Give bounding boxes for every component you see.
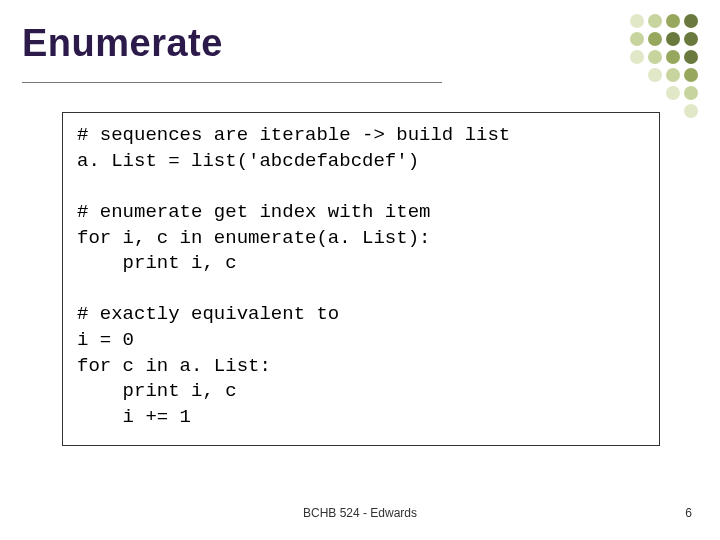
dot-icon [630, 50, 644, 64]
dot-icon [684, 104, 698, 118]
dot-icon [648, 50, 662, 64]
dot-icon [684, 32, 698, 46]
dot-icon [630, 32, 644, 46]
slide: Enumerate # sequences are iterable -> bu… [0, 0, 720, 540]
dot-icon [684, 50, 698, 64]
title-divider [22, 82, 442, 83]
dot-icon [666, 50, 680, 64]
code-block: # sequences are iterable -> build list a… [62, 112, 660, 446]
dot-icon [684, 86, 698, 100]
dot-icon [684, 68, 698, 82]
page-number: 6 [685, 506, 692, 520]
dot-icon [666, 14, 680, 28]
dot-icon [648, 14, 662, 28]
page-title: Enumerate [22, 22, 223, 65]
dot-icon [666, 32, 680, 46]
dot-icon [648, 68, 662, 82]
footer-text: BCHB 524 - Edwards [0, 506, 720, 520]
dot-icon [666, 86, 680, 100]
dot-icon [684, 14, 698, 28]
dot-icon [630, 14, 644, 28]
dot-icon [666, 68, 680, 82]
dot-icon [648, 32, 662, 46]
